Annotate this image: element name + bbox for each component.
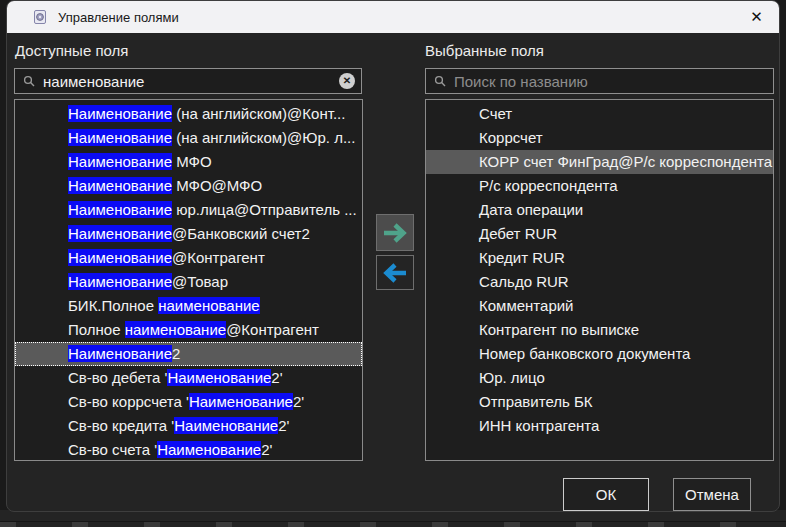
list-item[interactable]: Св-во кредита 'Наименование2' xyxy=(15,414,362,438)
item-text: Св-во счета ' xyxy=(68,441,157,458)
item-text: Номер банковского документа xyxy=(479,345,690,362)
item-text: 2 xyxy=(172,345,180,362)
selected-search xyxy=(425,68,774,94)
clear-search-icon[interactable]: ✕ xyxy=(339,73,355,89)
list-item[interactable]: Наименование (на английском)@Конт... xyxy=(15,102,362,126)
selected-fields-list: СчетКоррсчетКОРР счет ФинГрад@Р/с коррес… xyxy=(425,99,774,461)
item-text: МФО@МФО xyxy=(172,177,262,194)
available-search-input[interactable] xyxy=(43,73,339,90)
item-text: Р/с корреспондента xyxy=(479,177,618,194)
match-highlight: Наименование xyxy=(68,129,172,146)
match-highlight: Наименование xyxy=(68,105,172,122)
list-item[interactable]: Номер банковского документа xyxy=(426,342,773,366)
list-item[interactable]: Наименование@Товар xyxy=(15,270,362,294)
window-title: Управление полями xyxy=(58,10,179,25)
match-highlight: Наименование xyxy=(68,177,172,194)
item-text: Комментарий xyxy=(479,297,573,314)
list-item[interactable]: Наименование (на английском)@Юр. л... xyxy=(15,126,362,150)
list-item[interactable]: Дебет RUR xyxy=(426,222,773,246)
list-item[interactable]: Сальдо RUR xyxy=(426,270,773,294)
arrow-right-icon xyxy=(382,222,408,244)
item-text: Полное xyxy=(68,321,125,338)
list-item[interactable]: ИНН контрагента xyxy=(426,414,773,438)
match-highlight: Наименование xyxy=(174,417,278,434)
match-highlight: наименование xyxy=(125,321,226,338)
match-highlight: Наименование xyxy=(189,393,293,410)
item-text: Счет xyxy=(479,105,512,122)
match-highlight: Наименование xyxy=(68,273,172,290)
item-text: 2' xyxy=(271,369,282,386)
screen: Управление полями ✕ Доступные поля ✕ Наи… xyxy=(0,0,786,527)
list-item[interactable]: Наименование МФО@МФО xyxy=(15,174,362,198)
list-item[interactable]: Полное наименование@Контрагент xyxy=(15,318,362,342)
item-text: Контрагент по выписке xyxy=(479,321,639,338)
list-item[interactable]: Комментарий xyxy=(426,294,773,318)
list-item[interactable]: Счет xyxy=(426,102,773,126)
match-highlight: Наименование xyxy=(68,225,172,242)
list-item[interactable]: Св-во дебета 'Наименование2' xyxy=(15,366,362,390)
item-text: БИК.Полное xyxy=(68,297,158,314)
match-highlight: Наименование xyxy=(167,369,271,386)
item-text: Св-во коррсчета ' xyxy=(68,393,189,410)
item-text: Св-во дебета ' xyxy=(68,369,167,386)
item-text: ИНН контрагента xyxy=(479,417,599,434)
match-highlight: Наименование xyxy=(68,153,172,170)
match-highlight: Наименование xyxy=(68,345,172,362)
item-text: Сальдо RUR xyxy=(479,273,569,290)
match-highlight: Наименование xyxy=(68,201,172,218)
dialog-icon xyxy=(32,9,48,25)
background-app-strip xyxy=(0,510,786,527)
item-text: 2' xyxy=(261,441,272,458)
cancel-button[interactable]: Отмена xyxy=(673,478,751,511)
list-item[interactable]: Св-во счета 'Наименование2' xyxy=(15,438,362,461)
list-item[interactable]: КОРР счет ФинГрад@Р/с корреспондента xyxy=(426,150,773,174)
list-item[interactable]: Наименование2 xyxy=(15,342,362,366)
item-text: @Товар xyxy=(172,273,228,290)
item-text: @Банковский счет2 xyxy=(172,225,310,242)
move-right-button[interactable] xyxy=(376,214,414,251)
available-search: ✕ xyxy=(14,68,362,94)
list-item[interactable]: Св-во коррсчета 'Наименование2' xyxy=(15,390,362,414)
search-icon xyxy=(434,75,446,87)
item-text: Коррсчет xyxy=(479,129,543,146)
selected-fields-label: Выбранные поля xyxy=(425,42,544,59)
close-icon[interactable]: ✕ xyxy=(734,1,779,33)
list-item[interactable]: Коррсчет xyxy=(426,126,773,150)
titlebar: Управление полями ✕ xyxy=(7,1,779,33)
list-item[interactable]: Юр. лицо xyxy=(426,366,773,390)
list-item[interactable]: Наименование@Банковский счет2 xyxy=(15,222,362,246)
field-management-dialog: Управление полями ✕ Доступные поля ✕ Наи… xyxy=(6,0,780,512)
item-text: (на английском)@Юр. л... xyxy=(172,129,355,146)
item-text: Отправитель БК xyxy=(479,393,593,410)
move-left-button[interactable] xyxy=(376,255,414,290)
selected-search-input[interactable] xyxy=(454,73,767,90)
match-highlight: Наименование xyxy=(157,441,261,458)
available-fields-list: Наименование (на английском)@Конт...Наим… xyxy=(14,99,363,461)
item-text: МФО xyxy=(172,153,212,170)
item-text: юр.лица@Отправитель ... xyxy=(172,201,357,218)
list-item[interactable]: Наименование МФО xyxy=(15,150,362,174)
match-highlight: наименование xyxy=(158,297,259,314)
item-text: 2' xyxy=(278,417,289,434)
list-item[interactable]: Наименование юр.лица@Отправитель ... xyxy=(15,198,362,222)
list-item[interactable]: БИК.Полное наименование xyxy=(15,294,362,318)
list-item[interactable]: Контрагент по выписке xyxy=(426,318,773,342)
list-item[interactable]: Дата операции xyxy=(426,198,773,222)
item-text: Юр. лицо xyxy=(479,369,545,386)
item-text: 2' xyxy=(293,393,304,410)
list-item[interactable]: Отправитель БК xyxy=(426,390,773,414)
item-text: @Контрагент xyxy=(226,321,319,338)
search-icon xyxy=(23,75,35,87)
list-item[interactable]: Р/с корреспондента xyxy=(426,174,773,198)
item-text: Св-во кредита ' xyxy=(68,417,174,434)
list-item[interactable]: Кредит RUR xyxy=(426,246,773,270)
item-text: @Контрагент xyxy=(172,249,265,266)
ok-button[interactable]: ОК xyxy=(563,478,649,511)
available-fields-label: Доступные поля xyxy=(15,42,128,59)
background-app-grid xyxy=(0,521,786,527)
arrow-left-icon xyxy=(382,262,408,284)
item-text: Дата операции xyxy=(479,201,583,218)
match-highlight: Наименование xyxy=(68,249,172,266)
list-item[interactable]: Наименование@Контрагент xyxy=(15,246,362,270)
item-text: КОРР счет ФинГрад@Р/с корреспондента xyxy=(479,153,772,170)
